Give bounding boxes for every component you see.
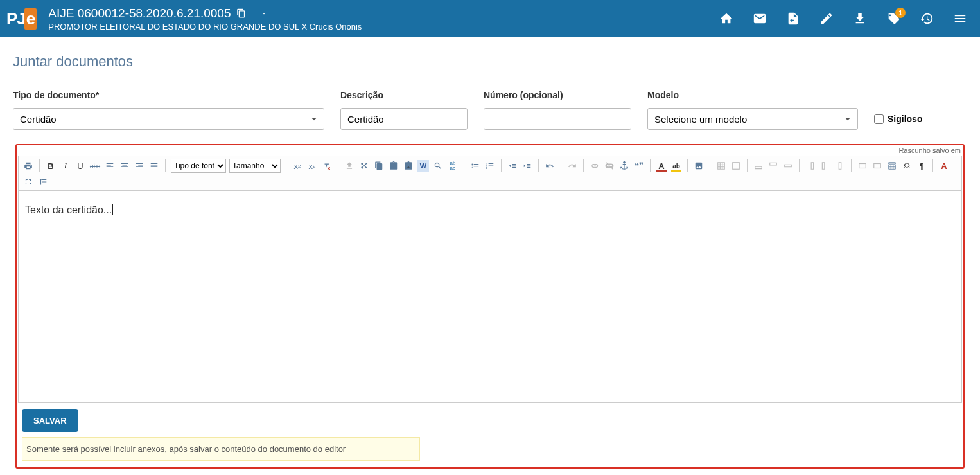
image-icon[interactable] [693, 160, 704, 172]
numero-label: Número (opcional) [484, 90, 631, 100]
redo-icon[interactable] [566, 160, 578, 172]
subscript-button[interactable]: x2 [292, 160, 303, 172]
replace-icon[interactable]: ab ac [447, 160, 459, 172]
editor-textarea[interactable]: Texto da certidão... [18, 191, 962, 403]
tipo-select[interactable]: Certidão [13, 108, 324, 130]
anchor-icon[interactable] [618, 160, 630, 172]
col-delete-icon[interactable] [834, 160, 846, 172]
modelo-group: Modelo Selecione um modelo [647, 90, 858, 130]
svg-rect-1 [733, 163, 740, 170]
cut-icon[interactable] [358, 160, 370, 172]
align-justify-icon[interactable] [148, 160, 160, 172]
modelo-label: Modelo [647, 90, 858, 100]
col-before-icon[interactable] [805, 160, 816, 172]
tipo-label: Tipo de documento* [13, 90, 324, 100]
edit-icon[interactable] [819, 12, 834, 26]
modelo-select[interactable]: Selecione um modelo [647, 108, 858, 130]
top-bar: PJe AIJE 0600012-58.2020.6.21.0005 PROMO… [0, 0, 980, 37]
underline-button[interactable]: U [74, 160, 86, 172]
svg-rect-2 [859, 164, 866, 168]
document-add-icon[interactable] [786, 12, 800, 26]
paste-word-icon[interactable]: W [417, 160, 429, 172]
tag-icon[interactable]: 1 [886, 12, 900, 26]
undo-icon[interactable] [544, 160, 556, 172]
history-icon[interactable] [920, 12, 934, 26]
print-icon[interactable] [22, 160, 34, 172]
row-after-icon[interactable] [767, 160, 779, 172]
font-size-select[interactable]: Tamanho [229, 159, 281, 173]
mail-icon[interactable] [753, 12, 767, 26]
chevron-down-icon[interactable] [260, 6, 268, 21]
editor-wrap: Rascunho salvo em B I U abc Tipo de font… [15, 144, 965, 469]
text-cursor [112, 204, 113, 215]
descricao-label: Descrição [340, 90, 468, 100]
insert-table-icon[interactable] [886, 160, 898, 172]
paste-icon[interactable] [388, 160, 399, 172]
fullscreen-icon[interactable] [22, 176, 34, 188]
descricao-input[interactable] [340, 108, 468, 130]
copy-icon[interactable] [236, 8, 246, 19]
find-icon[interactable] [432, 160, 444, 172]
table-icon[interactable] [715, 160, 727, 172]
font-family-select[interactable]: Tipo de font [171, 159, 226, 173]
logo-pj: PJ [6, 9, 26, 29]
tipo-group: Tipo de documento* Certidão [13, 90, 324, 130]
text-color-icon[interactable]: A [656, 160, 667, 172]
case-parties: PROMOTOR ELEITORAL DO ESTADO DO RIO GRAN… [48, 22, 362, 31]
page-content: Juntar documentos Tipo de documento* Cer… [0, 37, 980, 475]
sigiloso-group: Sigiloso [874, 108, 922, 130]
number-list-icon[interactable] [484, 160, 496, 172]
copy-toolbar-icon[interactable] [373, 160, 385, 172]
case-info: AIJE 0600012-58.2020.6.21.0005 PROMOTOR … [48, 6, 362, 31]
descricao-group: Descrição [340, 90, 468, 130]
home-icon[interactable] [719, 12, 733, 26]
quote-icon[interactable]: ❝❞ [633, 160, 645, 172]
indent-icon[interactable] [521, 160, 533, 172]
draft-hint: Rascunho salvo em [18, 147, 962, 156]
svg-text:A: A [407, 165, 410, 169]
logo-e: e [24, 8, 37, 30]
italic-button[interactable]: I [60, 160, 71, 172]
numero-input[interactable] [484, 108, 631, 130]
attach-note: Somente será possível incluir anexos, ap… [22, 437, 420, 461]
row-delete-icon[interactable] [782, 160, 794, 172]
case-number: AIJE 0600012-58.2020.6.21.0005 [48, 6, 231, 21]
nav-icons: 1 [719, 12, 974, 26]
case-title-row: AIJE 0600012-58.2020.6.21.0005 [48, 6, 362, 21]
bullet-list-icon[interactable] [469, 160, 481, 172]
pilcrow-icon[interactable]: ¶ [916, 160, 927, 172]
numero-group: Número (opcional) [484, 90, 631, 130]
superscript-button[interactable]: x2 [306, 160, 318, 172]
special-char-icon[interactable]: Ω [901, 160, 913, 172]
svg-rect-3 [874, 164, 881, 168]
sigiloso-checkbox[interactable] [874, 114, 884, 124]
bold-button[interactable]: B [45, 160, 57, 172]
split-cell-icon[interactable] [857, 160, 868, 172]
col-after-icon[interactable] [819, 160, 831, 172]
link-icon[interactable] [589, 160, 600, 172]
outdent-icon[interactable] [507, 160, 518, 172]
editor-toolbar: B I U abc Tipo de font Tamanho x2 x2 A W… [18, 156, 962, 191]
align-center-icon[interactable] [119, 160, 130, 172]
menu-icon[interactable] [953, 12, 967, 26]
clear-format-icon[interactable] [321, 160, 333, 172]
page-title: Juntar documentos [13, 53, 967, 70]
form-row: Tipo de documento* Certidão Descrição Nú… [13, 82, 967, 130]
editor-content: Texto da certidão... [25, 204, 112, 215]
strike-button[interactable]: abc [89, 160, 101, 172]
logo: PJe [6, 8, 37, 30]
row-before-icon[interactable] [753, 160, 764, 172]
merge-cell-icon[interactable] [871, 160, 883, 172]
save-button[interactable]: SALVAR [22, 409, 78, 432]
unlink-icon[interactable] [604, 160, 615, 172]
highlight-color-icon[interactable]: ab [670, 160, 682, 172]
line-spacing-icon[interactable] [37, 176, 49, 188]
import-icon[interactable] [344, 160, 355, 172]
table-props-icon[interactable] [730, 160, 742, 172]
download-icon[interactable] [853, 12, 867, 26]
tag-badge: 1 [895, 8, 906, 18]
align-left-icon[interactable] [104, 160, 116, 172]
align-right-icon[interactable] [134, 160, 145, 172]
paste-text-icon[interactable]: A [403, 160, 414, 172]
format-a-icon[interactable]: A [938, 160, 950, 172]
